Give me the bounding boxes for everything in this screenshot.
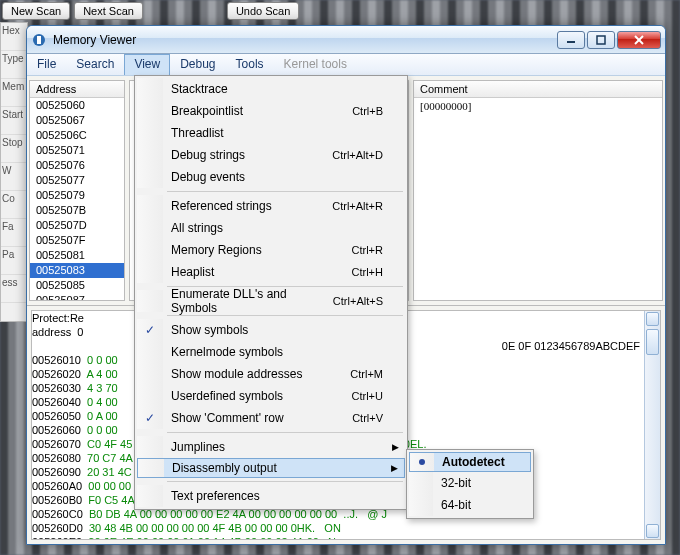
menu-all-strings[interactable]: All strings (137, 217, 405, 239)
left-label: ess (1, 275, 27, 303)
menu-search[interactable]: Search (66, 54, 124, 75)
background-toolbar: New Scan Next Scan Undo Scan (0, 0, 301, 22)
scroll-down-icon[interactable] (646, 524, 659, 538)
hex-scrollbar[interactable] (644, 311, 660, 539)
address-list[interactable]: 00525060005250670052506C0052507100525076… (30, 98, 124, 301)
menu-kernelmode-symbols[interactable]: Kernelmode symbols (137, 341, 405, 363)
submenu-32bit[interactable]: 32-bit (409, 472, 531, 494)
close-button[interactable] (617, 31, 661, 49)
minimize-button[interactable] (557, 31, 585, 49)
menu-breakpointlist[interactable]: BreakpointlistCtrl+B (137, 100, 405, 122)
titlebar[interactable]: Memory Viewer (27, 26, 665, 54)
menu-separator (167, 481, 403, 482)
hex-row[interactable]: 005260D0 30 48 4B 00 00 00 00 00 4F 4B 0… (32, 521, 660, 535)
menu-stacktrace[interactable]: Stacktrace (137, 78, 405, 100)
address-row[interactable]: 00525087 (30, 293, 124, 301)
address-row[interactable]: 00525083 (30, 263, 124, 278)
menu-memory-regions[interactable]: Memory RegionsCtrl+R (137, 239, 405, 261)
submenu-arrow-icon: ▶ (391, 463, 398, 473)
address-row[interactable]: 00525079 (30, 188, 124, 203)
left-label: Fa (1, 219, 27, 247)
address-row[interactable]: 0052507D (30, 218, 124, 233)
address-row[interactable]: 00525081 (30, 248, 124, 263)
disassembly-submenu: Autodetect 32-bit 64-bit (406, 449, 534, 519)
left-label: Hex (1, 23, 27, 51)
next-scan-button[interactable]: Next Scan (74, 2, 143, 20)
menubar: File Search View Debug Tools Kernel tool… (27, 54, 665, 76)
menu-show-comment-row[interactable]: ✓Show 'Comment' rowCtrl+V (137, 407, 405, 429)
scroll-thumb[interactable] (646, 329, 659, 355)
comment-column: Comment [00000000] (413, 80, 663, 301)
address-row[interactable]: 0052507F (30, 233, 124, 248)
menu-debug-events[interactable]: Debug events (137, 166, 405, 188)
address-header[interactable]: Address (30, 81, 124, 98)
address-row[interactable]: 00525076 (30, 158, 124, 173)
address-row[interactable]: 0052507B (30, 203, 124, 218)
radio-dot-icon (419, 459, 425, 465)
hex-column-header: 0E 0F 0123456789ABCDEF (502, 340, 640, 352)
menu-enumerate-dlls[interactable]: Enumerate DLL's and SymbolsCtrl+Alt+S (137, 290, 405, 312)
info-line: address 0 (32, 326, 83, 338)
view-dropdown: Stacktrace BreakpointlistCtrl+B Threadli… (134, 75, 408, 510)
menu-show-symbols[interactable]: ✓Show symbols (137, 319, 405, 341)
left-label: Stop (1, 135, 27, 163)
menu-module-addresses[interactable]: Show module addressesCtrl+M (137, 363, 405, 385)
menu-heaplist[interactable]: HeaplistCtrl+H (137, 261, 405, 283)
menu-userdefined-symbols[interactable]: Userdefined symbolsCtrl+U (137, 385, 405, 407)
menu-threadlist[interactable]: Threadlist (137, 122, 405, 144)
menu-tools[interactable]: Tools (226, 54, 274, 75)
menu-disassembly-output[interactable]: Disassembly output▶ (137, 458, 405, 478)
menu-separator (167, 432, 403, 433)
scroll-up-icon[interactable] (646, 312, 659, 326)
checkmark-icon: ✓ (145, 323, 155, 337)
address-row[interactable]: 00525060 (30, 98, 124, 113)
menu-referenced-strings[interactable]: Referenced stringsCtrl+Alt+R (137, 195, 405, 217)
maximize-button[interactable] (587, 31, 615, 49)
background-left-panel: Hex Type Mem Start Stop W Co Fa Pa ess (0, 22, 28, 322)
new-scan-button[interactable]: New Scan (2, 2, 70, 20)
address-row[interactable]: 00525067 (30, 113, 124, 128)
comment-header[interactable]: Comment (414, 81, 662, 98)
undo-scan-button[interactable]: Undo Scan (227, 2, 299, 20)
menu-separator (167, 191, 403, 192)
checkmark-icon: ✓ (145, 411, 155, 425)
address-row[interactable]: 00525077 (30, 173, 124, 188)
app-icon (31, 32, 47, 48)
info-line: Protect:Re (32, 312, 84, 324)
menu-view[interactable]: View (124, 54, 170, 75)
left-label: Co (1, 191, 27, 219)
menu-kernel-tools[interactable]: Kernel tools (274, 54, 357, 75)
window-title: Memory Viewer (53, 33, 557, 47)
submenu-arrow-icon: ▶ (392, 442, 399, 452)
left-label: Mem (1, 79, 27, 107)
comment-value: [00000000] (414, 98, 662, 114)
address-row[interactable]: 00525085 (30, 278, 124, 293)
svg-rect-3 (597, 36, 605, 44)
menu-text-preferences[interactable]: Text preferences (137, 485, 405, 507)
left-label: W (1, 163, 27, 191)
menu-separator (167, 315, 403, 316)
submenu-64bit[interactable]: 64-bit (409, 494, 531, 516)
address-row[interactable]: 00525071 (30, 143, 124, 158)
menu-jumplines[interactable]: Jumplines▶ (137, 436, 405, 458)
hex-row[interactable]: 005260E0 20 6E 4E 00 00 00 91 00 14 4B 0… (32, 535, 660, 540)
menu-debug-strings[interactable]: Debug stringsCtrl+Alt+D (137, 144, 405, 166)
address-row[interactable]: 0052506C (30, 128, 124, 143)
left-label: Start (1, 107, 27, 135)
left-label: Type (1, 51, 27, 79)
submenu-autodetect[interactable]: Autodetect (409, 452, 531, 472)
address-column: Address 00525060005250670052506C00525071… (29, 80, 125, 301)
svg-rect-1 (37, 36, 41, 44)
left-label: Pa (1, 247, 27, 275)
menu-debug[interactable]: Debug (170, 54, 225, 75)
menu-file[interactable]: File (27, 54, 66, 75)
